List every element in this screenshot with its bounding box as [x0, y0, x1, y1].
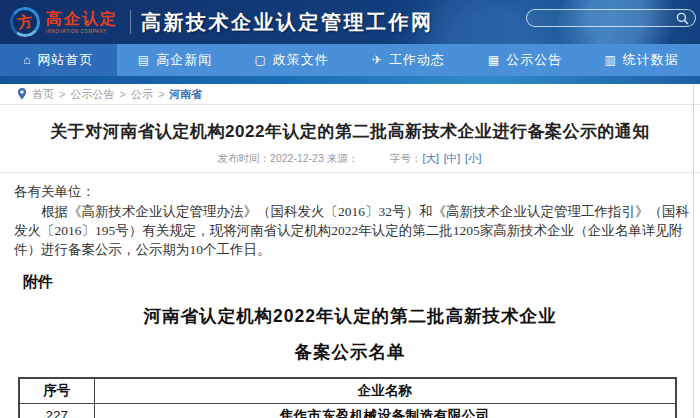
search-icon[interactable] [676, 12, 689, 25]
header-divider [130, 10, 131, 34]
divider [0, 104, 700, 105]
announcement-icon: ▦ [488, 54, 500, 66]
breadcrumb-item: 河南省 [169, 87, 202, 102]
company-name-cell: 焦作市东盈机械设备制造有限公司 [94, 403, 676, 418]
main-nav: ⌂网站首页▤高企新闻▢政策文件✈工作动态▦公示公告▥统计数据 [0, 44, 700, 76]
serial-number-cell: 227 [19, 403, 94, 418]
publish-time-label: 发布时间： [218, 152, 271, 164]
logo-brand: 高企认定 [46, 11, 118, 27]
search-input[interactable] [526, 9, 696, 27]
breadcrumb-separator: > [59, 88, 65, 100]
nav-item-3[interactable]: ▢政策文件 [233, 44, 350, 76]
nav-item-label: 网站首页 [37, 51, 93, 69]
article-title: 关于对河南省认定机构2022年认定的第二批高新技术企业进行备案公示的通知 [0, 120, 700, 143]
fontsize-label: 字号： [390, 152, 422, 164]
location-pin-icon [17, 88, 27, 100]
fontsize-option[interactable]: [小] [465, 152, 481, 164]
document-icon: ▢ [255, 54, 267, 66]
breadcrumb-separator: > [158, 88, 164, 100]
breadcrumb: 首页>公示公告>公示>河南省 [0, 84, 700, 104]
nav-item-2[interactable]: ▤高企新闻 [117, 44, 234, 76]
body-paragraph: 根据《高新技术企业认定管理办法》（国科发火〔2016〕32号）和《高新技术企业认… [14, 202, 690, 259]
article-body: 各有关单位： 根据《高新技术企业认定管理办法》（国科发火〔2016〕32号）和《… [0, 173, 700, 259]
company-roster-table: 序号企业名称227焦作市东盈机械设备制造有限公司573河南东盈环资科技有限公司 [18, 377, 677, 418]
salutation: 各有关单位： [14, 182, 690, 201]
logo-text: 高企认定 INNOVATION COMPANY [46, 11, 118, 34]
site-header: 方 高企认定 INNOVATION COMPANY 高新技术企业认定管理工作网 [0, 0, 700, 44]
logo-icon: 方 [8, 5, 42, 39]
content-area: 首页>公示公告>公示>河南省 关于对河南省认定机构2022年认定的第二批高新技术… [0, 84, 700, 418]
breadcrumb-item[interactable]: 公示 [131, 87, 153, 102]
nav-item-label: 公示公告 [506, 51, 562, 69]
table-header-row: 序号企业名称 [19, 378, 676, 403]
breadcrumb-item[interactable]: 公示公告 [70, 87, 114, 102]
attachment-title-line1: 河南省认定机构2022年认定的第二批高新技术企业 [0, 304, 700, 328]
site-logo[interactable]: 方 高企认定 INNOVATION COMPANY [10, 7, 118, 37]
attachment-title-line2: 备案公示名单 [0, 340, 700, 364]
fontsize-option[interactable]: [中] [444, 152, 460, 164]
nav-item-label: 高企新闻 [156, 51, 212, 69]
news-icon: ▤ [138, 54, 150, 66]
table-header-cell: 序号 [19, 378, 94, 403]
fontsize-option[interactable]: [大] [423, 152, 439, 164]
table-header-cell: 企业名称 [94, 378, 676, 403]
attachment-label: 附件 [23, 273, 700, 292]
home-icon: ⌂ [23, 54, 31, 66]
content-right-border [693, 84, 694, 418]
nav-item-label: 政策文件 [273, 51, 329, 69]
article-meta: 发布时间：2022-12-23 来源： 字号：[大] [中] [小] [0, 152, 700, 168]
publish-date: 2022-12-23 [270, 152, 324, 164]
nav-bottom-strip [0, 76, 700, 84]
nav-item-5[interactable]: ▦公示公告 [467, 44, 584, 76]
breadcrumb-separator: > [119, 88, 125, 100]
nav-item-4[interactable]: ✈工作动态 [350, 44, 467, 76]
fontsize-links: [大] [中] [小] [422, 152, 483, 164]
page: 方 高企认定 INNOVATION COMPANY 高新技术企业认定管理工作网 … [0, 0, 700, 418]
source-label: 来源： [327, 152, 359, 164]
table-row: 227焦作市东盈机械设备制造有限公司 [19, 403, 676, 418]
nav-item-6[interactable]: ▥统计数据 [583, 44, 700, 76]
chart-icon: ▥ [605, 54, 617, 66]
nav-item-label: 工作动态 [389, 51, 445, 69]
site-title: 高新技术企业认定管理工作网 [141, 9, 434, 36]
nav-item-label: 统计数据 [623, 51, 679, 69]
paper-plane-icon: ✈ [372, 54, 383, 66]
logo-subtitle: INNOVATION COMPANY [46, 29, 111, 34]
nav-item-1[interactable]: ⌂网站首页 [0, 44, 117, 76]
breadcrumb-item[interactable]: 首页 [32, 87, 54, 102]
